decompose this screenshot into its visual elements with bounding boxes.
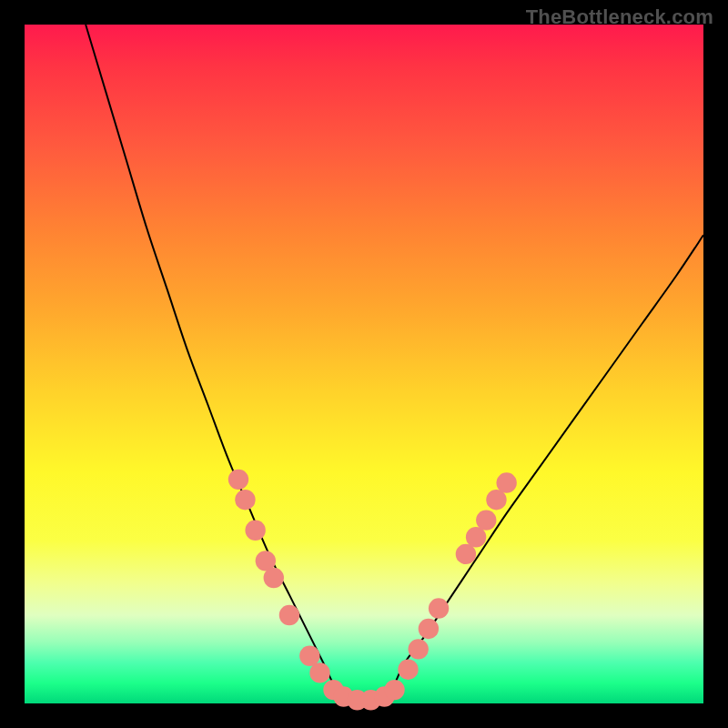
marker-dot [466,527,486,547]
marker-dot [486,490,506,510]
chart-curves [86,25,703,703]
marker-dot [309,662,329,682]
chart-plot-area [25,25,703,703]
chart-markers [228,470,517,711]
marker-dot [476,510,496,530]
marker-dot [228,470,248,490]
marker-dot [429,598,449,618]
marker-dot [419,619,439,639]
watermark-text: TheBottleneck.com [526,5,713,29]
marker-dot [235,490,255,510]
marker-dot [299,646,319,666]
marker-dot [245,521,265,541]
marker-dot [384,680,404,700]
marker-dot [496,472,516,492]
bottleneck-curve [86,25,703,703]
marker-dot [408,639,428,659]
marker-dot [456,544,476,564]
chart-svg [25,25,703,703]
marker-dot [264,568,284,588]
marker-dot [398,660,418,680]
marker-dot [279,605,299,625]
